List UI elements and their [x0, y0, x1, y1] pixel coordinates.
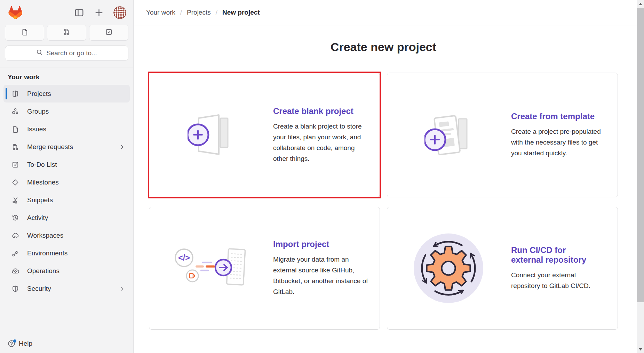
issues-icon [12, 126, 19, 133]
issues-shortcut-button[interactable] [5, 25, 44, 41]
chevron-right-icon[interactable] [119, 286, 125, 292]
run-cicd-external-repo-card[interactable]: Run CI/CD for external repository Connec… [387, 207, 618, 330]
help-label: Help [19, 340, 32, 347]
card-description: Connect your external repository to GitL… [511, 270, 604, 291]
sidebar-item-workspaces[interactable]: Workspaces [3, 227, 130, 244]
card-title-link[interactable]: Import project [273, 239, 371, 249]
blank-project-illustration [149, 114, 272, 156]
sidebar-item-projects[interactable]: Projects [3, 85, 130, 102]
sidebar-shortcuts [0, 22, 133, 41]
sidebar-item-issues[interactable]: Issues [3, 120, 130, 138]
sidebar-item-snippets[interactable]: Snippets [3, 191, 130, 209]
sidebar-item-label: Environments [27, 249, 67, 257]
card-text: Run CI/CD for external repository Connec… [510, 245, 618, 291]
sidebar-item-security[interactable]: Security [3, 280, 130, 297]
sidebar-item-label: Activity [27, 214, 48, 222]
sidebar-item-label: Milestones [27, 179, 59, 186]
card-description: Create a blank project to store your fil… [273, 121, 364, 164]
sidebar-top-bar [0, 0, 133, 22]
sidebar-item-label: Merge requests [27, 143, 73, 151]
notification-dot [13, 339, 16, 343]
triangle-up-icon [639, 3, 642, 5]
card-text: Import project Migrate your data from an… [272, 239, 380, 297]
sidebar-item-label: Snippets [27, 196, 53, 204]
sidebar-item-label: Projects [27, 90, 51, 98]
environments-deploy-icon [12, 250, 19, 257]
sidebar-item-label: To-Do List [27, 161, 57, 169]
breadcrumb-separator: / [180, 9, 182, 16]
sidebar-section-label: Your work [0, 67, 133, 85]
breadcrumb-projects[interactable]: Projects [187, 9, 211, 16]
cicd-illustration [387, 231, 510, 305]
todo-list-shortcut-button[interactable] [89, 25, 128, 41]
operations-cloud-gear-icon [12, 268, 19, 274]
triangle-down-icon [639, 348, 642, 351]
project-icon [12, 90, 19, 97]
issues-icon [21, 28, 28, 37]
breadcrumb-current-page: New project [222, 9, 260, 16]
create-blank-project-card[interactable]: Create blank project Create a blank proj… [149, 73, 380, 197]
plus-icon[interactable] [94, 8, 104, 17]
workspaces-cloud-icon [12, 232, 19, 239]
sidebar-item-label: Security [27, 285, 51, 293]
todo-check-icon [105, 28, 112, 37]
todo-check-icon [12, 161, 19, 168]
page-content: Create new project Create blank project … [134, 25, 644, 330]
sidebar-nav: Projects Groups Issues [0, 85, 133, 297]
page-title: Create new project [149, 39, 618, 55]
scrollbar-down-button[interactable] [637, 345, 644, 353]
scrollbar-thumb[interactable] [637, 8, 644, 302]
breadcrumb-your-work[interactable]: Your work [146, 9, 175, 16]
sidebar-item-groups[interactable]: Groups [3, 102, 130, 120]
card-description: Create a project pre-populated with the … [511, 126, 606, 158]
help-button[interactable]: Help [8, 340, 32, 347]
card-title-link[interactable]: Run CI/CD for external repository [511, 245, 599, 265]
merge-request-icon [12, 143, 19, 150]
import-project-card[interactable]: </> Import project Mi [149, 207, 380, 330]
card-title-link[interactable]: Create blank project [273, 106, 371, 116]
chevron-right-icon[interactable] [119, 144, 125, 150]
gitlab-logo-icon[interactable] [8, 6, 22, 19]
svg-text:</>: </> [178, 253, 190, 262]
sidebar: Search or go to... Your work Projects Gr… [0, 0, 134, 353]
sidebar-item-label: Groups [27, 108, 49, 115]
search-input[interactable]: Search or go to... [5, 46, 128, 61]
sidebar-item-label: Operations [27, 267, 59, 275]
help-question-icon [8, 340, 15, 347]
template-illustration [387, 113, 510, 157]
breadcrumb: Your work / Projects / New project [134, 0, 644, 25]
search-placeholder: Search or go to... [46, 49, 97, 57]
create-from-template-card[interactable]: Create from template Create a project pr… [387, 73, 618, 197]
sidebar-toggle-icon[interactable] [74, 8, 84, 17]
card-text: Create blank project Create a blank proj… [272, 106, 380, 164]
snippet-scissors-icon [12, 197, 19, 204]
project-options-grid: Create blank project Create a blank proj… [149, 73, 644, 330]
import-illustration: </> [149, 248, 272, 289]
groups-icon [12, 108, 19, 115]
card-text: Create from template Create a project pr… [510, 112, 618, 158]
security-shield-icon [12, 285, 19, 292]
sidebar-item-merge-requests[interactable]: Merge requests [3, 138, 130, 156]
sidebar-item-milestones[interactable]: Milestones [3, 173, 130, 191]
vertical-scrollbar[interactable] [637, 0, 644, 353]
merge-requests-shortcut-button[interactable] [47, 25, 86, 41]
milestone-diamond-icon [12, 179, 19, 186]
scrollbar-up-button[interactable] [637, 0, 644, 8]
merge-request-icon [63, 28, 70, 37]
search-icon [36, 49, 43, 57]
sidebar-item-environments[interactable]: Environments [3, 244, 130, 262]
card-title-link[interactable]: Create from template [511, 112, 609, 121]
user-avatar[interactable] [113, 6, 126, 19]
sidebar-item-activity[interactable]: Activity [3, 209, 130, 227]
sidebar-item-operations[interactable]: Operations [3, 262, 130, 280]
sidebar-item-label: Workspaces [27, 232, 63, 239]
main-area: Your work / Projects / New project Creat… [134, 0, 644, 353]
sidebar-item-label: Issues [27, 125, 46, 133]
card-description: Migrate your data from an external sourc… [273, 254, 370, 297]
sidebar-item-todo-list[interactable]: To-Do List [3, 156, 130, 173]
activity-history-icon [12, 214, 19, 221]
breadcrumb-separator: / [216, 9, 217, 16]
